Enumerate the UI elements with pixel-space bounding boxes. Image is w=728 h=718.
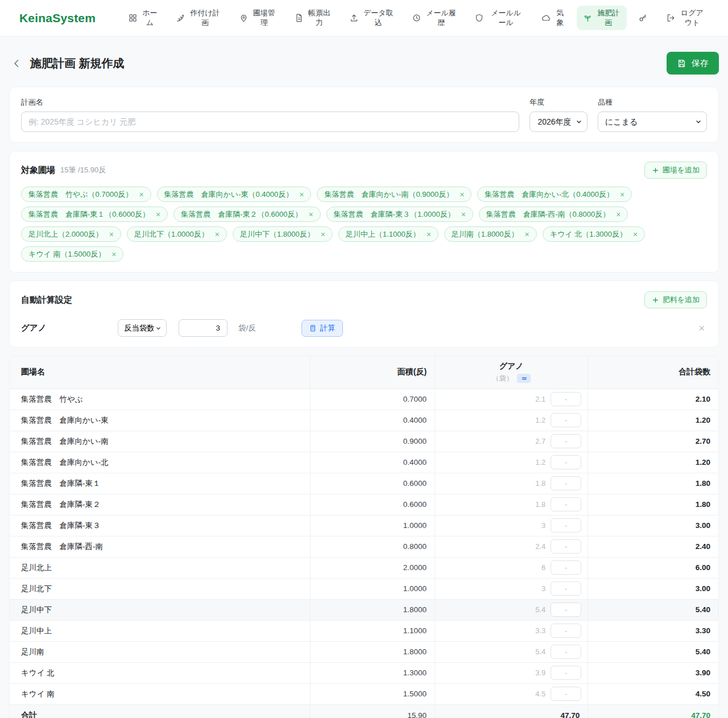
remove-tag-icon[interactable]: ×	[111, 250, 116, 258]
guano-override-input[interactable]	[551, 518, 581, 533]
guano-cell: 1.8	[435, 473, 588, 494]
nav-item-seedling[interactable]: 施肥計画	[577, 6, 627, 31]
guano-calc-value: 3	[541, 584, 545, 593]
guano-override-input[interactable]	[551, 666, 581, 680]
guano-override-input[interactable]	[551, 539, 581, 554]
area-cell: 1.1000	[310, 620, 435, 641]
calc-method-select[interactable]: 反当袋数	[118, 319, 167, 337]
guano-cell: 3	[435, 578, 588, 599]
field-name-cell: 足川中上	[10, 620, 310, 641]
guano-override-input[interactable]	[551, 392, 581, 406]
area-cell: 0.6000	[310, 473, 435, 494]
row-total-cell: 2.10	[588, 389, 718, 410]
guano-override-input[interactable]	[551, 476, 581, 490]
nav-item-cloud[interactable]: 気象	[535, 6, 571, 31]
remove-tag-icon[interactable]: ×	[321, 230, 325, 238]
auto-calc-card: 自動計算設定 肥料を追加 グアノ 反当袋数 袋/反	[9, 280, 719, 348]
save-button[interactable]: 保存	[667, 52, 719, 75]
remove-tag-icon[interactable]: ×	[525, 230, 530, 238]
table-row: 集落営農 倉庫隣-東１0.60001.81.80	[10, 473, 718, 494]
remove-fertilizer-icon[interactable]: ×	[696, 323, 707, 333]
row-total-cell: 1.80	[588, 494, 718, 515]
remove-tag-icon[interactable]: ×	[109, 230, 114, 238]
guano-override-input[interactable]	[551, 581, 581, 596]
shield-icon	[474, 13, 484, 23]
nav-item-logout[interactable]: ログアウト	[660, 6, 711, 31]
row-total-cell: 2.40	[588, 536, 718, 557]
header-field-name: 圃場名	[10, 356, 310, 389]
nav-item-label: 帳票出力	[308, 9, 332, 28]
nav-item-upload[interactable]: データ取込	[343, 6, 400, 31]
area-cell: 1.5000	[310, 683, 435, 704]
guano-calc-value: 3.3	[535, 626, 545, 635]
plan-name-input[interactable]	[21, 112, 519, 132]
nav-item-history[interactable]: メール履歴	[406, 6, 463, 31]
nav-item-document[interactable]: 帳票出力	[288, 6, 338, 31]
guano-override-input[interactable]	[551, 560, 581, 575]
row-total-cell: 1.20	[588, 452, 718, 473]
add-fertilizer-button[interactable]: 肥料を追加	[644, 291, 707, 308]
field-tag-label: キウイ 南（1.5000反）	[28, 249, 105, 259]
field-tag-label: 集落営農 倉庫隣-東１（0.6000反）	[28, 209, 150, 220]
guano-override-input[interactable]	[551, 687, 581, 701]
cloud-icon	[541, 13, 551, 23]
table-footer-row: 合計 15.90 47.70 47.70	[10, 704, 718, 718]
field-tag: 足川北下（1.0000反）×	[127, 226, 227, 242]
remove-tag-icon[interactable]: ×	[215, 230, 220, 238]
nav-item-key[interactable]	[632, 10, 654, 26]
table-row: 集落営農 倉庫隣-東２0.60001.81.80	[10, 494, 718, 515]
guano-override-input[interactable]	[551, 624, 581, 638]
year-select[interactable]: 2026年度	[530, 112, 588, 132]
remove-tag-icon[interactable]: ×	[460, 191, 464, 199]
bags-per-tan-input[interactable]	[179, 319, 228, 337]
field-name-cell: キウイ 南	[10, 683, 310, 704]
remove-tag-icon[interactable]: ×	[139, 191, 143, 199]
area-cell: 0.9000	[310, 431, 435, 452]
table-row: 足川南1.80005.45.40	[10, 641, 718, 662]
guano-calc-value: 2.7	[535, 437, 545, 445]
guano-override-input[interactable]	[551, 603, 581, 617]
chevron-left-icon	[11, 58, 22, 69]
field-tag-label: 集落営農 倉庫隣-東２（0.6000反）	[181, 209, 302, 220]
brand-logo[interactable]: KeinaSystem	[19, 11, 96, 25]
remove-tag-icon[interactable]: ×	[299, 191, 304, 199]
plus-icon	[652, 167, 659, 174]
guano-override-input[interactable]	[551, 645, 581, 659]
variety-select[interactable]: にこまる	[598, 112, 707, 132]
nav-item-pin[interactable]: 圃場管理	[233, 6, 283, 31]
add-field-button[interactable]: 圃場を追加	[644, 162, 707, 179]
guano-override-input[interactable]	[551, 434, 581, 448]
field-tag: 集落営農 竹やぶ（0.7000反）×	[21, 187, 151, 202]
guano-override-input[interactable]	[551, 413, 581, 427]
nav-item-grid[interactable]: ホーム	[122, 6, 164, 31]
back-button[interactable]	[9, 56, 24, 71]
pin-icon	[239, 13, 249, 23]
nav-item-wheat[interactable]: 作付け計画	[169, 6, 227, 31]
guano-cell: 2.1	[435, 389, 588, 410]
field-tag-list: 集落営農 竹やぶ（0.7000反）×集落営農 倉庫向かい-東（0.4000反）×…	[21, 187, 707, 262]
header-guano: グアノ （袋） ≃	[435, 356, 588, 389]
remove-tag-icon[interactable]: ×	[427, 230, 431, 238]
remove-tag-icon[interactable]: ×	[620, 191, 624, 199]
row-total-cell: 1.20	[588, 410, 718, 431]
table-row: 集落営農 倉庫向かい-東0.40001.21.20	[10, 410, 718, 431]
field-tag: 集落営農 倉庫隣-東２（0.6000反）×	[173, 207, 320, 222]
remove-tag-icon[interactable]: ×	[156, 211, 160, 218]
remove-tag-icon[interactable]: ×	[633, 230, 638, 238]
remove-tag-icon[interactable]: ×	[308, 211, 313, 218]
remove-tag-icon[interactable]: ×	[461, 211, 466, 218]
remove-tag-icon[interactable]: ×	[616, 211, 621, 218]
logout-icon	[666, 13, 676, 23]
year-label: 年度	[530, 97, 588, 108]
row-total-cell: 3.00	[588, 578, 718, 599]
calculate-button[interactable]: 計算	[301, 320, 343, 337]
guano-override-input[interactable]	[551, 455, 581, 469]
guano-calc-value: 1.2	[535, 458, 545, 467]
area-cell: 0.4000	[310, 452, 435, 473]
field-tag-label: 集落営農 倉庫向かい-北（0.4000反）	[485, 189, 614, 200]
guano-cell: 4.5	[435, 683, 588, 704]
header-area: 面積(反)	[310, 356, 435, 389]
guano-override-input[interactable]	[551, 497, 581, 511]
fertilizer-name: グアノ	[21, 323, 118, 333]
nav-item-shield[interactable]: メールルール	[468, 6, 530, 31]
